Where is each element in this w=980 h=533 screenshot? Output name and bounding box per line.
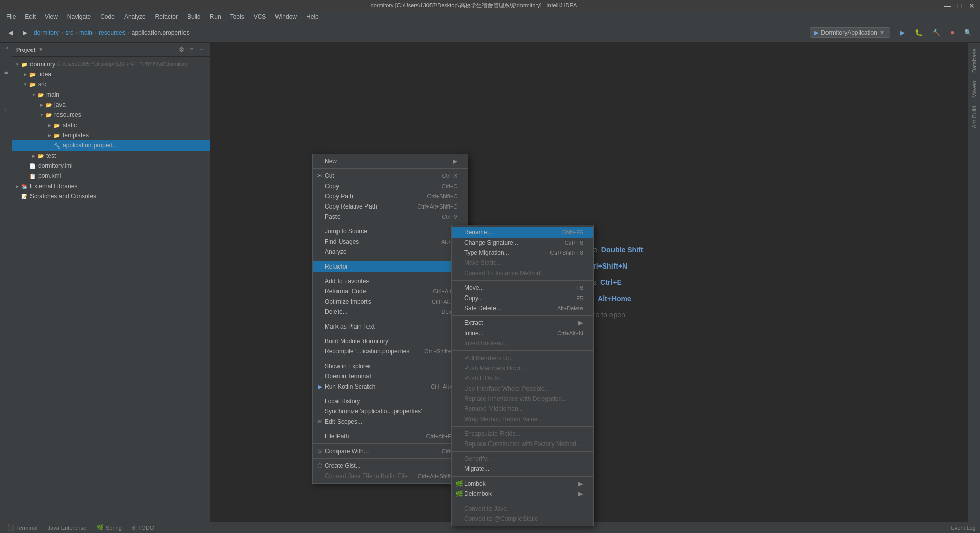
tree-item-application-properties[interactable]: ▶ 🔧 application.propert... <box>12 140 210 151</box>
ctx-item-safe-delete[interactable]: Safe Delete... Alt+Delete <box>452 303 593 313</box>
tree-item-dormitory[interactable]: ▼ 📁 dormitory C:\Users\13057\Desktop\高校学… <box>12 59 210 69</box>
ctx-item-optimize[interactable]: Optimize Imports Ctrl+Alt+O <box>313 297 468 307</box>
window-controls[interactable]: — □ ✕ <box>943 2 976 10</box>
ctx-item-open-terminal[interactable]: Open in Terminal <box>313 371 468 381</box>
run-config[interactable]: ▶ DormitoryApplication ▼ <box>810 27 890 38</box>
ctx-item-mark-plain[interactable]: Mark as Plain Text <box>313 321 468 332</box>
panel-settings-btn[interactable]: ⚙ <box>177 46 186 54</box>
menu-window[interactable]: Window <box>271 12 301 21</box>
sidebar-tab-database[interactable]: Database <box>969 45 979 77</box>
sidebar-tab-ant-build[interactable]: Ant Build <box>969 102 979 132</box>
tree-item-scratches[interactable]: ▶ 📝 Scratches and Consoles <box>12 191 210 201</box>
run-button[interactable]: ▶ <box>896 27 909 38</box>
toolbar-back-btn[interactable]: ◀ <box>4 27 17 38</box>
ctx-item-cut[interactable]: ✂ Cut Ctrl+X <box>313 171 468 181</box>
ctx-item-run-kotlin[interactable]: ▶ Run Kotlin Scratch Ctrl+Alt+W <box>313 381 468 392</box>
title-bar: dormitory [C:\Users\13057\Desktop\高校学生宿舍… <box>0 0 980 11</box>
project-dropdown-arrow[interactable]: ▼ <box>38 47 43 52</box>
ctx-item-paste[interactable]: Paste Ctrl+V <box>313 212 468 222</box>
menu-code[interactable]: Code <box>96 12 119 21</box>
menu-build[interactable]: Build <box>183 12 205 21</box>
menu-tools[interactable]: Tools <box>226 12 249 21</box>
ctx-item-copy[interactable]: Copy Ctrl+C <box>313 181 468 191</box>
menu-refactor[interactable]: Refactor <box>151 12 182 21</box>
ctx-item-create-gist[interactable]: ⬡ Create Gist... <box>313 461 468 471</box>
ctx-item-delete[interactable]: Delete... Delete <box>313 307 468 317</box>
ctx-item-build-module[interactable]: Build Module 'dormitory' <box>313 336 468 346</box>
tree-item-idea[interactable]: ▶ 📂 .idea <box>12 69 210 79</box>
ctx-item-add-favorites[interactable]: Add to Favorites ▶ <box>313 276 468 286</box>
sidebar-favorites-icon[interactable]: ❤ <box>3 52 9 93</box>
tab-spring[interactable]: 🌿 Spring <box>94 523 125 532</box>
menu-navigate[interactable]: Navigate <box>63 12 95 21</box>
menu-run[interactable]: Run <box>206 12 225 21</box>
close-button[interactable]: ✕ <box>968 2 976 10</box>
minimize-button[interactable]: — <box>943 2 952 10</box>
sidebar-structure-icon[interactable]: ≡ <box>3 94 9 125</box>
panel-close-btn[interactable]: − <box>198 46 206 54</box>
breadcrumb-file[interactable]: application.properties <box>132 29 190 36</box>
maximize-button[interactable]: □ <box>956 2 964 10</box>
ctx-item-type-migration[interactable]: Type Migration... Ctrl+Shift+F6 <box>452 248 593 258</box>
ctx-sep-5 <box>313 319 468 319</box>
toolbar-forward-btn[interactable]: ▶ <box>19 27 32 38</box>
ctx-item-refactor[interactable]: Refactor ▶ <box>313 261 468 272</box>
ctx-item-show-explorer[interactable]: Show in Explorer <box>313 361 468 371</box>
ctx-item-rename[interactable]: Rename... Shift+F6 <box>452 227 593 238</box>
ctx-item-copy-relative-path[interactable]: Copy Relative Path Ctrl+Alt+Shift+C <box>313 201 468 212</box>
tree-item-java[interactable]: ▶ 📂 java <box>12 100 210 110</box>
tree-item-src[interactable]: ▼ 📂 src <box>12 79 210 90</box>
ctx-item-copy-path[interactable]: Copy Path Ctrl+Shift+C <box>313 191 468 201</box>
ctx-item-find-usages[interactable]: Find Usages Alt+F7 <box>313 236 468 247</box>
menu-edit[interactable]: Edit <box>21 12 40 21</box>
ctx-item-jump-source[interactable]: Jump to Source F4 <box>313 226 468 236</box>
sidebar-tab-maven[interactable]: Maven <box>969 77 979 102</box>
tree-item-test[interactable]: ▶ 📂 test <box>12 151 210 161</box>
stop-button[interactable]: ■ <box>946 27 958 38</box>
ctx-item-delombok[interactable]: 🌿 Delombok ▶ <box>452 489 593 499</box>
menu-view[interactable]: View <box>41 12 62 21</box>
breadcrumb-project[interactable]: dormitory <box>34 29 59 36</box>
menu-analyze[interactable]: Analyze <box>120 12 150 21</box>
ctx-item-new[interactable]: New ▶ <box>313 156 468 166</box>
breadcrumb-resources[interactable]: resources <box>99 29 126 36</box>
ctx-item-local-history[interactable]: Local History ▶ <box>313 396 468 406</box>
menu-vcs[interactable]: VCS <box>250 12 270 21</box>
tree-item-pom[interactable]: ▶ 📋 pom.xml <box>12 171 210 181</box>
tree-item-dormitory-iml[interactable]: ▶ 📄 dormitory.iml <box>12 161 210 171</box>
menu-help[interactable]: Help <box>302 12 323 21</box>
ctx-item-compare[interactable]: ⚖ Compare With... Ctrl+D <box>313 446 468 456</box>
ctx-item-move[interactable]: Move... F6 <box>452 283 593 293</box>
ctx-item-migrate[interactable]: Migrate... <box>452 464 593 474</box>
tree-item-ext-lib[interactable]: ▶ 📚 External Libraries <box>12 181 210 191</box>
tab-java-enterprise[interactable]: Java Enterprise <box>45 524 89 532</box>
sidebar-project-icon[interactable]: 1 <box>1 45 11 51</box>
tree-item-static[interactable]: ▶ 📂 static <box>12 120 210 130</box>
tree-item-templates[interactable]: ▶ 📂 templates <box>12 130 210 140</box>
ctx-label-convert-java-ref: Convert to Java <box>464 505 583 512</box>
panel-layout-btn[interactable]: ≡ <box>188 46 196 54</box>
tab-todo[interactable]: 6: TODO <box>129 524 158 532</box>
build-button[interactable]: 🔨 <box>929 27 944 38</box>
breadcrumb-main[interactable]: main <box>79 29 93 36</box>
ctx-item-synchronize[interactable]: Synchronize 'applicatio....properties' <box>313 406 468 417</box>
ctx-item-recompile[interactable]: Recompile '...lication.properties' Ctrl+… <box>313 346 468 357</box>
ctx-item-copy-refactor[interactable]: Copy... F5 <box>452 293 593 303</box>
ctx-item-file-path[interactable]: File Path Ctrl+Alt+F12 <box>313 431 468 441</box>
tree-item-resources[interactable]: ▼ 📂 resources <box>12 110 210 120</box>
ctx-item-reformat[interactable]: Reformat Code Ctrl+Alt+L <box>313 286 468 297</box>
ctx-item-extract[interactable]: Extract ▶ <box>452 318 593 328</box>
ctx-item-inline[interactable]: Inline... Ctrl+Alt+N <box>452 328 593 338</box>
breadcrumb-src[interactable]: src <box>65 29 73 36</box>
tab-terminal[interactable]: ⬛ Terminal <box>4 523 41 532</box>
tree-item-main[interactable]: ▼ 📂 main <box>12 90 210 100</box>
debug-button[interactable]: 🐛 <box>911 27 927 38</box>
ctx-item-change-sig[interactable]: Change Signature... Ctrl+F6 <box>452 238 593 248</box>
search-button[interactable]: 🔍 <box>960 27 976 38</box>
event-log-label[interactable]: Event Log <box>951 525 976 531</box>
ctx-item-edit-scopes[interactable]: 👁 Edit Scopes... <box>313 417 468 427</box>
ctx-item-push-itds: Push ITDs In... <box>452 373 593 383</box>
ctx-item-analyze[interactable]: Analyze ▶ <box>313 247 468 257</box>
ctx-item-lombok[interactable]: 🌿 Lombok ▶ <box>452 479 593 489</box>
menu-file[interactable]: File <box>2 12 20 21</box>
